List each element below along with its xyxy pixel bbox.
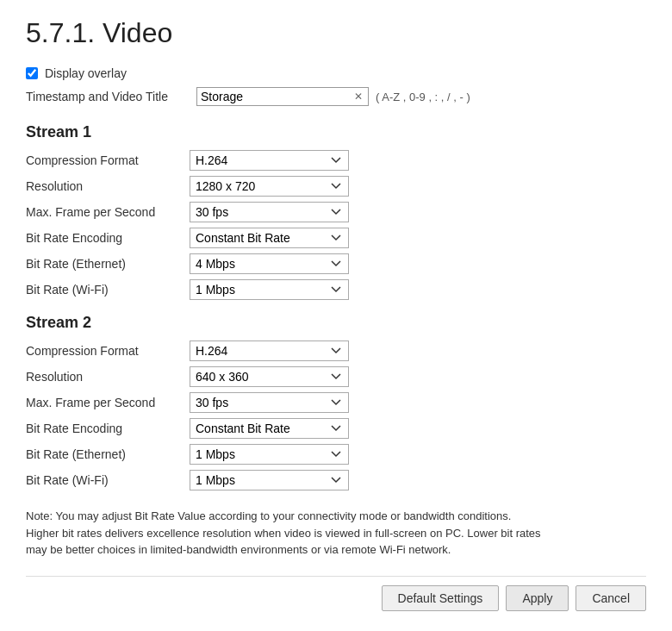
stream2-bitrate-ethernet-select[interactable]: 1 Mbps 2 Mbps 3 Mbps 4 Mbps 512 Kbps bbox=[190, 444, 349, 465]
apply-button[interactable]: Apply bbox=[506, 585, 569, 611]
stream2-compression-select[interactable]: H.264 H.265 MJPEG bbox=[190, 340, 349, 361]
stream1-bitrate-wifi-select[interactable]: 1 Mbps 2 Mbps 3 Mbps 4 Mbps 512 Kbps bbox=[190, 279, 349, 300]
note-line3: may be better choices in limited-bandwid… bbox=[26, 541, 646, 559]
stream2-fps-label: Max. Frame per Second bbox=[26, 396, 190, 409]
stream2-bitrate-encoding-select[interactable]: Constant Bit Rate Variable Bit Rate bbox=[190, 418, 349, 439]
timestamp-hint: ( A-Z , 0-9 , : , / , - ) bbox=[376, 91, 470, 103]
stream2-bitrate-wifi-label: Bit Rate (Wi-Fi) bbox=[26, 473, 190, 487]
timestamp-clear-button[interactable]: ✕ bbox=[352, 91, 364, 103]
stream1-bitrate-ethernet-label: Bit Rate (Ethernet) bbox=[26, 257, 190, 271]
stream1-title: Stream 1 bbox=[26, 123, 646, 141]
stream1-fps-select[interactable]: 30 fps 25 fps 15 fps 10 fps 5 fps bbox=[190, 202, 349, 222]
stream1-resolution-select[interactable]: 1280 x 720 1920 x 1080 640 x 360 320 x 1… bbox=[190, 176, 349, 197]
display-overlay-checkbox[interactable] bbox=[26, 67, 38, 79]
stream1-bitrate-encoding-label: Bit Rate Encoding bbox=[26, 231, 190, 245]
stream2-resolution-label: Resolution bbox=[26, 370, 190, 384]
cancel-button[interactable]: Cancel bbox=[576, 585, 646, 611]
stream1-compression-select[interactable]: H.264 H.265 MJPEG bbox=[190, 150, 349, 171]
stream1-compression-label: Compression Format bbox=[26, 153, 190, 167]
timestamp-label: Timestamp and Video Title bbox=[26, 90, 190, 103]
stream2-resolution-select[interactable]: 640 x 360 1280 x 720 320 x 180 bbox=[190, 366, 349, 387]
stream2-bitrate-encoding-label: Bit Rate Encoding bbox=[26, 422, 190, 435]
note-line1: Note: You may adjust Bit Rate Value acco… bbox=[26, 508, 646, 525]
stream1-bitrate-ethernet-select[interactable]: 4 Mbps 3 Mbps 2 Mbps 1 Mbps 512 Kbps bbox=[190, 253, 349, 274]
display-overlay-label: Display overlay bbox=[45, 66, 127, 80]
stream2-fps-select[interactable]: 30 fps 25 fps 15 fps 10 fps 5 fps bbox=[190, 392, 349, 413]
timestamp-input-container: ✕ bbox=[196, 87, 369, 106]
stream2-bitrate-wifi-select[interactable]: 1 Mbps 2 Mbps 3 Mbps 4 Mbps 512 Kbps bbox=[190, 470, 349, 490]
stream1-resolution-label: Resolution bbox=[26, 179, 190, 193]
stream1-fps-label: Max. Frame per Second bbox=[26, 205, 190, 219]
default-settings-button[interactable]: Default Settings bbox=[382, 585, 500, 611]
page-title: 5.7.1. Video bbox=[26, 17, 646, 49]
timestamp-input[interactable] bbox=[201, 90, 352, 103]
button-row: Default Settings Apply Cancel bbox=[26, 576, 646, 611]
note-line2: Higher bit rates delivers excellence res… bbox=[26, 525, 646, 542]
stream2-compression-label: Compression Format bbox=[26, 344, 190, 358]
stream1-bitrate-encoding-select[interactable]: Constant Bit Rate Variable Bit Rate bbox=[190, 228, 349, 248]
stream2-bitrate-ethernet-label: Bit Rate (Ethernet) bbox=[26, 447, 190, 461]
stream2-title: Stream 2 bbox=[26, 314, 646, 332]
stream1-bitrate-wifi-label: Bit Rate (Wi-Fi) bbox=[26, 283, 190, 297]
